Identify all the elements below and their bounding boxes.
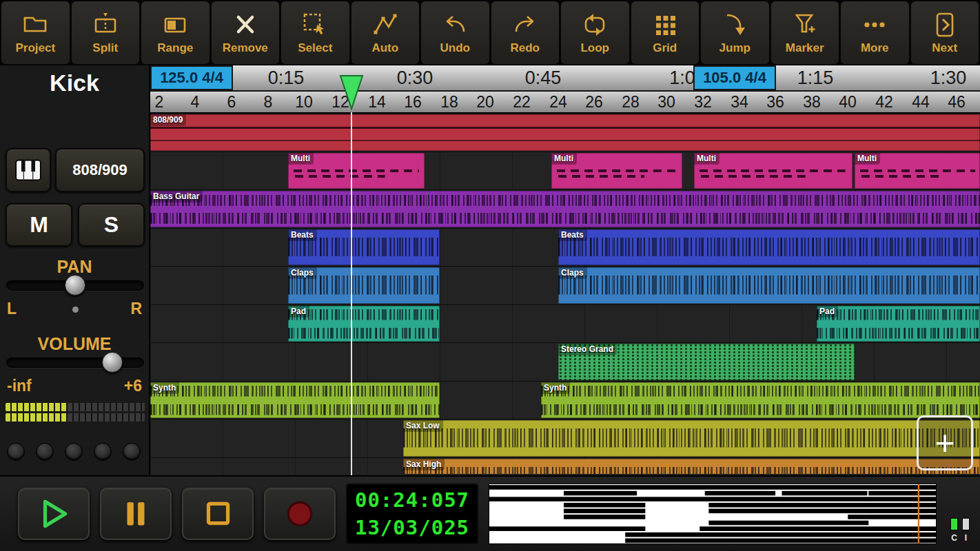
tempo-marker[interactable]: 125.0 4/4 <box>150 65 233 90</box>
volume-slider-thumb[interactable] <box>102 352 123 373</box>
jump-button[interactable]: Jump <box>701 1 769 64</box>
next-button[interactable]: Next <box>911 1 979 64</box>
instrument-button[interactable] <box>6 148 51 192</box>
remove-icon <box>231 11 260 39</box>
mute-button[interactable]: M <box>6 203 72 247</box>
remove-button[interactable]: Remove <box>212 1 280 64</box>
bar-number: 32 <box>694 93 712 112</box>
clip-multi-3[interactable]: Multi <box>694 153 853 189</box>
playhead-line[interactable] <box>351 112 352 475</box>
bar-number: 26 <box>585 93 603 112</box>
automation-button[interactable]: Auto <box>351 1 420 64</box>
clip-label: Synth <box>150 382 179 394</box>
stop-button[interactable] <box>182 488 254 540</box>
time-ruler[interactable]: 0:15 0:30 0:45 1:0 1:15 1:30 125.0 4/4 1… <box>150 65 980 92</box>
tempo-marker[interactable]: 105.0 4/4 <box>693 65 776 90</box>
bar-number: 20 <box>476 93 494 112</box>
clip-synth-1[interactable]: Synth <box>150 382 440 419</box>
pan-left-label: L <box>7 300 17 318</box>
arrangement-minimap[interactable] <box>489 484 937 544</box>
play-button[interactable] <box>18 488 90 540</box>
clip-claps-1[interactable]: Claps <box>288 267 440 304</box>
clip-sax-high[interactable]: Sax High <box>403 459 980 475</box>
clip-sax-low[interactable]: Sax Low <box>403 420 980 457</box>
track-lanes: 808/909 Multi Multi Multi Multi <box>150 114 980 474</box>
track-row: Sax High <box>150 458 980 475</box>
range-button[interactable]: Range <box>141 1 210 64</box>
channel-indicator-2[interactable] <box>36 443 54 461</box>
clip-pad-2[interactable]: Pad <box>817 306 980 342</box>
marker-button[interactable]: Marker <box>771 1 839 64</box>
track-row: Bass Guitar <box>150 190 980 229</box>
toolbar-button-label: Select <box>298 41 332 55</box>
channel-indicator-4[interactable] <box>94 443 112 461</box>
next-icon <box>930 11 959 39</box>
level-meter-left <box>6 403 145 411</box>
track-name-header[interactable]: Kick <box>0 70 149 96</box>
split-button[interactable]: Split <box>72 1 140 64</box>
solo-button[interactable]: S <box>78 203 145 247</box>
bar-number: 2 <box>155 93 164 112</box>
volume-slider[interactable] <box>6 357 144 368</box>
clip-bass-guitar[interactable]: Bass Guitar <box>150 191 980 227</box>
undo-button[interactable]: Undo <box>421 1 489 64</box>
pan-right-label: R <box>130 300 142 318</box>
pan-label: PAN <box>0 257 149 277</box>
bar-number: 30 <box>657 93 675 112</box>
bar-number: 10 <box>295 93 313 112</box>
grid-button[interactable]: Grid <box>631 1 700 64</box>
preset-button[interactable]: 808/909 <box>55 148 145 192</box>
clip-multi-2[interactable]: Multi <box>551 153 682 189</box>
more-icon <box>860 11 889 39</box>
pause-button[interactable] <box>100 488 172 540</box>
time-display: 00:24:057 13/03/025 <box>346 484 478 544</box>
track-row: Multi Multi Multi Multi <box>150 152 980 191</box>
clip-beats-2[interactable]: Beats <box>558 229 980 266</box>
pan-slider-thumb[interactable] <box>65 275 85 295</box>
toolbar-button-label: Redo <box>511 41 540 55</box>
track-row: Sax Low <box>150 419 980 458</box>
bar-number: 36 <box>766 93 784 112</box>
clip-pad-1[interactable]: Pad <box>288 306 440 342</box>
bar-number: 44 <box>912 93 930 112</box>
project-button[interactable]: Project <box>1 1 70 64</box>
clip-claps-2[interactable]: Claps <box>558 267 980 304</box>
range-icon <box>161 11 190 39</box>
loop-button[interactable]: Loop <box>561 1 629 64</box>
toolbar-button-label: Project <box>15 41 55 55</box>
bar-number: 18 <box>440 93 458 112</box>
record-button[interactable] <box>264 488 336 540</box>
channel-indicator-5[interactable] <box>123 443 141 461</box>
clip-synth-2[interactable]: Synth <box>541 382 980 419</box>
clip-beats-1[interactable]: Beats <box>288 229 440 266</box>
clip-multi-4[interactable]: Multi <box>855 153 980 189</box>
select-button[interactable]: Select <box>281 1 349 64</box>
record-icon <box>283 497 317 531</box>
meter-label-i: I <box>965 533 967 543</box>
transport-bar: 00:24:057 13/03/025 <box>0 475 980 551</box>
redo-icon <box>511 11 540 39</box>
clip-multi-1[interactable]: Multi <box>288 153 425 189</box>
track-row: Claps Claps <box>150 267 980 305</box>
clip-808-909[interactable]: 808/909 <box>150 114 980 151</box>
add-track-button[interactable]: + <box>917 415 973 470</box>
track-row: Stereo Grand <box>150 343 980 382</box>
bar-number: 22 <box>513 93 531 112</box>
clip-label: Claps <box>288 267 317 279</box>
clip-stereo-grand[interactable]: Stereo Grand <box>558 344 855 380</box>
toolbar-button-label: Next <box>932 41 957 55</box>
track-row: Pad Pad <box>150 305 980 344</box>
piano-keys-icon <box>14 158 42 182</box>
meter-label-c: C <box>951 533 957 543</box>
channel-indicator-1[interactable] <box>7 443 25 461</box>
clip-label: Sax High <box>403 459 445 470</box>
channel-indicator-3[interactable] <box>65 443 83 461</box>
redo-button[interactable]: Redo <box>491 1 560 64</box>
undo-icon <box>440 11 469 39</box>
toolbar-button-label: Jump <box>719 41 751 55</box>
pause-icon <box>119 497 153 531</box>
more-button[interactable]: More <box>841 1 909 64</box>
bar-ruler[interactable]: 2 4 6 8 10 12 14 16 18 20 22 24 26 28 30… <box>150 92 980 114</box>
bar-number: 6 <box>227 93 236 112</box>
playhead-marker[interactable] <box>339 74 364 110</box>
